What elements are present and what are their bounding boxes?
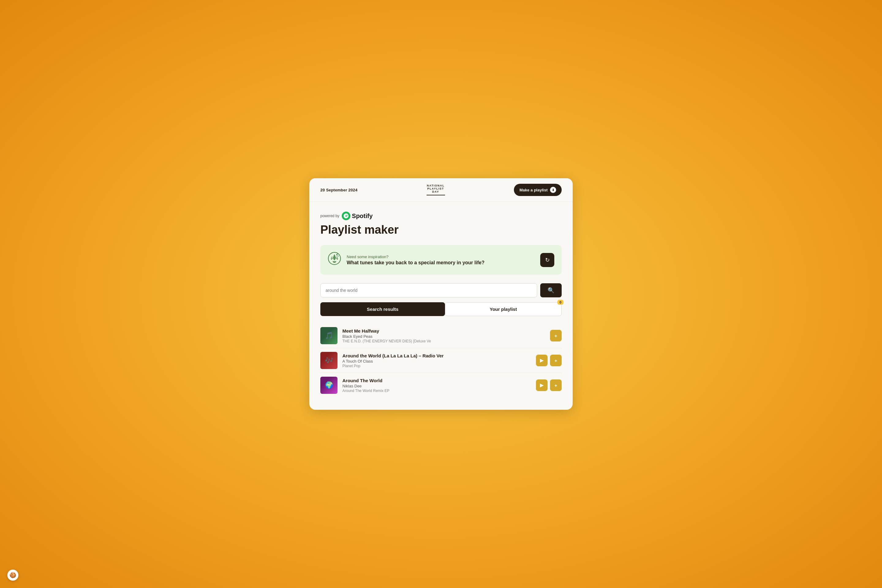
track-info-1: Meet Me Halfway Black Eyed Peas THE E.N.…	[342, 328, 545, 343]
refresh-icon: ↻	[545, 256, 550, 263]
track-item: 🎶 Around the World (La La La La La) – Ra…	[320, 348, 562, 373]
track-album-3: Around The World Remix EP	[342, 388, 531, 393]
tab-search-results-label: Search results	[367, 306, 398, 312]
header-date: 20 September 2024	[320, 188, 357, 192]
track-actions-1: +	[550, 330, 562, 342]
track-artist-3: Niklas Dee	[342, 384, 531, 388]
tab-search-results[interactable]: Search results	[320, 302, 445, 316]
inspiration-svg	[328, 252, 341, 265]
track-art-1: 🎵	[320, 327, 338, 344]
inspiration-box: Need some inspiration? What tunes take y…	[320, 245, 562, 275]
track-item: 🎵 Meet Me Halfway Black Eyed Peas THE E.…	[320, 323, 562, 348]
inspiration-text: Need some inspiration? What tunes take y…	[346, 255, 484, 266]
inspiration-left: Need some inspiration? What tunes take y…	[328, 252, 484, 268]
svg-point-2	[338, 256, 339, 256]
tab-your-playlist-label: Your playlist	[490, 306, 517, 312]
track-actions-3: ▶ +	[536, 380, 562, 391]
play-button-2[interactable]: ▶	[536, 355, 548, 366]
search-input[interactable]	[320, 283, 537, 297]
spotify-svg	[344, 213, 348, 218]
powered-by-label: powered by	[320, 214, 339, 218]
page-title: Playlist maker	[320, 223, 562, 236]
art-inner-2: 🎶	[320, 352, 338, 369]
cookie-button[interactable]: 🍪	[8, 570, 18, 580]
track-artist-2: A Touch Of Class	[342, 359, 531, 363]
main-content: powered by Spotify Playlist maker	[309, 202, 573, 410]
track-list: 🎵 Meet Me Halfway Black Eyed Peas THE E.…	[320, 323, 562, 398]
search-button[interactable]: 🔍	[540, 283, 562, 297]
play-button-3[interactable]: ▶	[536, 380, 548, 391]
track-info-3: Around The World Niklas Dee Around The W…	[342, 378, 531, 393]
powered-by-row: powered by Spotify	[320, 212, 562, 220]
tabs-row: Search results Your playlist 0	[320, 302, 562, 316]
svg-point-1	[336, 254, 338, 255]
track-item: 🌍 Around The World Niklas Dee Around The…	[320, 373, 562, 398]
track-title-1: Meet Me Halfway	[342, 328, 545, 333]
make-playlist-button[interactable]: Make a playlist ⬇	[514, 184, 562, 196]
art-inner-3: 🌍	[320, 376, 338, 394]
track-artist-1: Black Eyed Peas	[342, 334, 545, 339]
search-icon: 🔍	[548, 287, 554, 294]
logo-divider	[427, 195, 445, 195]
refresh-button[interactable]: ↻	[540, 253, 554, 267]
track-info-2: Around the World (La La La La La) – Radi…	[342, 353, 531, 368]
add-button-2[interactable]: +	[550, 355, 562, 366]
track-album-2: Planet Pop	[342, 364, 531, 368]
track-actions-2: ▶ +	[536, 355, 562, 366]
add-button-1[interactable]: +	[550, 330, 562, 342]
logo-day: DAY	[427, 190, 445, 194]
cookie-icon: 🍪	[9, 572, 16, 579]
spotify-text: Spotify	[352, 213, 373, 220]
tab-right-wrapper: Your playlist 0	[445, 302, 562, 316]
tab-your-playlist[interactable]: Your playlist	[445, 302, 562, 316]
track-album-1: THE E.N.D. (THE ENERGY NEVER DIES) [Delu…	[342, 339, 545, 343]
spotify-logo: Spotify	[342, 212, 373, 220]
header-logo: NATIONAL PLAYLIST DAY	[427, 184, 445, 195]
need-inspiration-label: Need some inspiration?	[346, 255, 484, 259]
art-inner-1: 🎵	[320, 327, 338, 344]
inspiration-icon	[328, 252, 341, 268]
spotify-icon	[342, 212, 350, 220]
track-art-2: 🎶	[320, 352, 338, 369]
track-art-3: 🌍	[320, 376, 338, 394]
track-title-2: Around the World (La La La La La) – Radi…	[342, 353, 531, 358]
playlist-badge: 0	[557, 300, 564, 305]
download-icon: ⬇	[550, 187, 556, 193]
app-card: 20 September 2024 NATIONAL PLAYLIST DAY …	[309, 178, 573, 410]
search-row: 🔍	[320, 283, 562, 297]
svg-point-3	[337, 254, 338, 254]
track-title-3: Around The World	[342, 378, 531, 383]
header: 20 September 2024 NATIONAL PLAYLIST DAY …	[309, 178, 573, 202]
add-button-3[interactable]: +	[550, 380, 562, 391]
make-playlist-label: Make a playlist	[519, 188, 548, 192]
inspiration-question: What tunes take you back to a special me…	[346, 260, 484, 266]
